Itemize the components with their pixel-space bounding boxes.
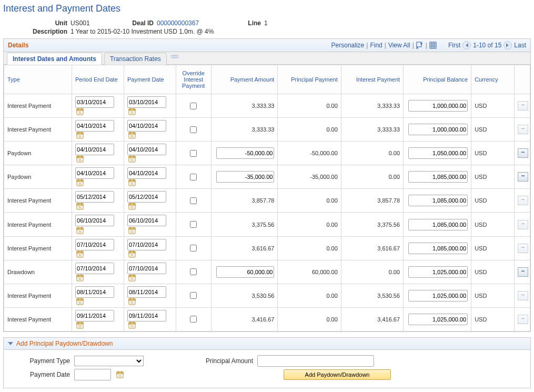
- override-checkbox[interactable]: [190, 268, 197, 275]
- calendar-icon[interactable]: [128, 298, 136, 305]
- deal-id-link[interactable]: 000000000367: [157, 19, 239, 27]
- override-checkbox[interactable]: [190, 174, 197, 180]
- payment-date-input[interactable]: [127, 286, 166, 298]
- col-currency[interactable]: Currency: [471, 65, 515, 94]
- last-link[interactable]: Last: [514, 42, 526, 49]
- calendar-icon[interactable]: [76, 298, 84, 305]
- override-checkbox[interactable]: [190, 150, 197, 157]
- period-end-input[interactable]: [75, 167, 114, 179]
- period-end-input[interactable]: [75, 263, 114, 274]
- calendar-icon[interactable]: [116, 371, 124, 378]
- principal-balance-input[interactable]: [408, 195, 468, 206]
- delete-row-button[interactable]: −: [518, 148, 528, 158]
- show-all-columns-icon[interactable]: [171, 55, 178, 62]
- override-checkbox[interactable]: [190, 245, 197, 252]
- principal-balance-input[interactable]: [408, 290, 468, 301]
- override-checkbox[interactable]: [190, 316, 197, 323]
- description-value: 1 Year to 2015-02-10 Investment USD 1.0m…: [70, 28, 214, 35]
- calendar-icon[interactable]: [76, 179, 84, 186]
- principal-balance-input[interactable]: [408, 124, 468, 135]
- payment-date-input[interactable]: [127, 239, 166, 250]
- calendar-icon[interactable]: [128, 321, 136, 329]
- calendar-icon[interactable]: [76, 132, 84, 139]
- calendar-icon[interactable]: [128, 250, 136, 258]
- payment-date-input[interactable]: [127, 167, 166, 179]
- personalize-link[interactable]: Personalize: [331, 42, 365, 49]
- calendar-icon[interactable]: [128, 108, 136, 115]
- override-checkbox[interactable]: [190, 292, 197, 299]
- period-end-input[interactable]: [75, 215, 114, 226]
- delete-row-button[interactable]: −: [518, 172, 528, 182]
- tab-interest-dates-amounts[interactable]: Interest Dates and Amounts: [7, 53, 102, 65]
- period-end-input[interactable]: [75, 239, 114, 250]
- payment-date-input[interactable]: [127, 144, 166, 155]
- period-end-input[interactable]: [75, 144, 114, 155]
- calendar-icon[interactable]: [128, 227, 136, 234]
- calendar-icon[interactable]: [76, 108, 84, 115]
- col-principal-balance[interactable]: Principal Balance: [404, 65, 471, 94]
- payments-grid: Type Period End Date Payment Date Overri…: [4, 65, 530, 331]
- col-type[interactable]: Type: [4, 65, 72, 94]
- principal-balance-input[interactable]: [408, 171, 468, 183]
- prev-page-icon[interactable]: [462, 41, 471, 49]
- col-action: [514, 65, 530, 94]
- cell-payment-amount: [211, 260, 278, 284]
- calendar-icon[interactable]: [128, 155, 136, 163]
- calendar-icon[interactable]: [128, 274, 136, 282]
- period-end-input[interactable]: [75, 96, 114, 108]
- calendar-icon[interactable]: [76, 203, 84, 210]
- principal-balance-input[interactable]: [408, 266, 468, 278]
- col-period-end[interactable]: Period End Date: [72, 65, 124, 94]
- principal-balance-input[interactable]: [408, 100, 468, 112]
- principal-balance-input[interactable]: [408, 219, 468, 230]
- calendar-icon[interactable]: [76, 155, 84, 163]
- payment-date-input[interactable]: [74, 369, 111, 380]
- col-interest-payment[interactable]: Interest Payment: [341, 65, 403, 94]
- principal-balance-input[interactable]: [408, 243, 468, 254]
- payment-date-input[interactable]: [127, 191, 166, 203]
- col-payment-date[interactable]: Payment Date: [124, 65, 176, 94]
- calendar-icon[interactable]: [76, 227, 84, 234]
- next-page-icon[interactable]: [503, 41, 512, 49]
- col-principal-payment[interactable]: Principal Payment: [278, 65, 341, 94]
- payment-date-input[interactable]: [127, 96, 166, 108]
- find-link[interactable]: Find: [370, 42, 382, 49]
- calendar-icon[interactable]: [76, 250, 84, 258]
- zoom-icon[interactable]: [416, 42, 424, 49]
- cell-principal-balance: [404, 142, 471, 165]
- calendar-icon[interactable]: [128, 179, 136, 186]
- payment-amount-input[interactable]: [216, 171, 275, 183]
- separator: |: [366, 42, 368, 49]
- override-checkbox[interactable]: [190, 221, 197, 228]
- principal-balance-input[interactable]: [408, 314, 468, 325]
- add-paydown-button[interactable]: Add Paydown/Drawdown: [284, 369, 391, 380]
- delete-row-button[interactable]: −: [518, 267, 528, 277]
- first-link[interactable]: First: [448, 42, 460, 49]
- col-payment-amount[interactable]: Payment Amount: [211, 65, 278, 94]
- payment-amount-input[interactable]: [216, 266, 275, 278]
- principal-amount-input[interactable]: [257, 355, 374, 367]
- payment-date-input[interactable]: [127, 120, 166, 132]
- override-checkbox[interactable]: [190, 126, 197, 133]
- payment-date-input[interactable]: [127, 215, 166, 226]
- view-all-link[interactable]: View All: [388, 42, 410, 49]
- tab-transaction-rates[interactable]: Transaction Rates: [104, 53, 167, 65]
- period-end-input[interactable]: [75, 120, 114, 132]
- principal-balance-input[interactable]: [408, 147, 468, 159]
- payment-date-input[interactable]: [127, 263, 166, 274]
- calendar-icon[interactable]: [76, 274, 84, 282]
- period-end-input[interactable]: [75, 286, 114, 298]
- calendar-icon[interactable]: [76, 321, 84, 329]
- override-checkbox[interactable]: [190, 103, 197, 109]
- spreadsheet-icon[interactable]: [429, 42, 437, 49]
- payment-type-select[interactable]: [74, 356, 144, 366]
- payment-date-input[interactable]: [127, 310, 166, 321]
- period-end-input[interactable]: [75, 310, 114, 321]
- col-override[interactable]: Override Interest Payment: [176, 65, 211, 94]
- override-checkbox[interactable]: [190, 197, 197, 204]
- add-paydown-header[interactable]: Add Principal Paydown/Drawdown: [4, 338, 530, 350]
- calendar-icon[interactable]: [128, 132, 136, 139]
- payment-amount-input[interactable]: [216, 147, 275, 159]
- period-end-input[interactable]: [75, 191, 114, 203]
- calendar-icon[interactable]: [128, 203, 136, 210]
